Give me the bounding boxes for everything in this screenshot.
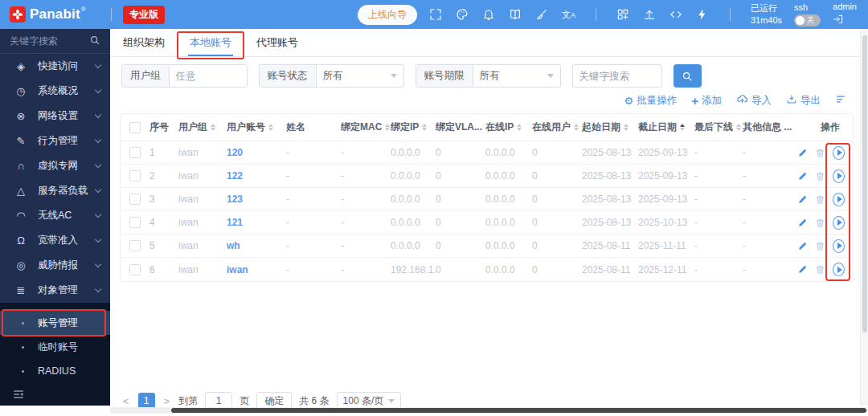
- play-button[interactable]: [833, 169, 845, 183]
- sort-icon[interactable]: [268, 124, 273, 131]
- edit-button[interactable]: [797, 171, 808, 181]
- book-icon[interactable]: [509, 8, 522, 22]
- row-checkbox[interactable]: [129, 194, 141, 205]
- sort-icon[interactable]: [385, 124, 390, 131]
- col-header-last-offline[interactable]: 最后下线: [694, 120, 743, 134]
- fullscreen-icon[interactable]: [429, 8, 443, 22]
- delete-button[interactable]: [815, 241, 825, 251]
- horizontal-scrollbar[interactable]: [110, 407, 868, 414]
- play-button[interactable]: [833, 263, 845, 276]
- batch-ops-button[interactable]: ⚙ 批量操作: [624, 94, 678, 108]
- logout-icon[interactable]: [833, 14, 857, 27]
- col-header-mac[interactable]: 绑定MAC: [341, 120, 391, 134]
- row-checkbox[interactable]: [129, 264, 141, 275]
- code-icon[interactable]: [669, 8, 683, 22]
- sidebar-item-network-settings[interactable]: ⊗网络设置: [0, 104, 110, 128]
- edit-button[interactable]: [797, 241, 808, 251]
- play-button[interactable]: [833, 239, 845, 253]
- sidebar-item-threat-intel[interactable]: ◎威胁情报: [0, 253, 110, 278]
- sort-icon[interactable]: [422, 124, 427, 131]
- account-link[interactable]: 122: [227, 170, 286, 181]
- account-status-select[interactable]: 所有: [317, 65, 403, 87]
- cell-other: -: [743, 217, 797, 228]
- ssh-toggle[interactable]: 关: [794, 14, 821, 27]
- horizontal-scrollbar-thumb[interactable]: [171, 408, 866, 413]
- account-link[interactable]: 121: [227, 217, 286, 228]
- sidebar-item-behavior-mgmt[interactable]: ✎行为管理: [0, 128, 110, 153]
- upgrade-icon[interactable]: [643, 8, 657, 22]
- add-button[interactable]: + 添加: [691, 94, 722, 108]
- lightning-icon[interactable]: [696, 8, 710, 22]
- account-link[interactable]: 123: [227, 194, 286, 205]
- edit-button[interactable]: [797, 148, 808, 158]
- export-button[interactable]: 导出: [786, 94, 821, 108]
- tab-org-structure[interactable]: 组织架构: [121, 29, 166, 56]
- delete-button[interactable]: [815, 264, 825, 275]
- col-header-online-users[interactable]: 在线用户: [532, 120, 582, 134]
- account-link[interactable]: iwan: [227, 264, 286, 275]
- edit-button[interactable]: [797, 194, 808, 205]
- account-link[interactable]: wh: [227, 240, 286, 251]
- tab-local-account[interactable]: 本地账号: [188, 29, 233, 56]
- sort-button[interactable]: [835, 93, 847, 108]
- sidebar-item-wireless-ac[interactable]: ◠无线AC: [0, 203, 110, 228]
- import-button[interactable]: 导入: [736, 93, 772, 108]
- sidebar-item-vpn[interactable]: ∩虚拟专网: [0, 153, 110, 178]
- sidebar-subitem-radius[interactable]: RADIUS: [0, 359, 110, 383]
- col-header-bind-ip[interactable]: 绑定IP: [391, 120, 436, 134]
- delete-button[interactable]: [815, 194, 825, 205]
- row-checkbox[interactable]: [129, 240, 141, 251]
- col-header-end-date[interactable]: 截止日期: [638, 120, 694, 134]
- delete-button[interactable]: [815, 171, 825, 181]
- palette-icon[interactable]: [456, 8, 469, 22]
- prev-page-button[interactable]: <: [121, 395, 131, 407]
- edit-button[interactable]: [797, 218, 808, 228]
- account-link[interactable]: 120: [227, 147, 286, 158]
- vertical-scrollbar[interactable]: [860, 29, 868, 406]
- sidebar-search-input[interactable]: [10, 35, 89, 47]
- col-header-vlan[interactable]: 绑定VLA...: [436, 120, 485, 134]
- next-page-button[interactable]: >: [162, 395, 172, 407]
- play-button[interactable]: [833, 216, 845, 230]
- sort-icon[interactable]: [574, 124, 579, 131]
- sort-icon[interactable]: [211, 124, 215, 131]
- sort-icon[interactable]: [517, 124, 522, 131]
- col-header-online-ip[interactable]: 在线IP: [485, 120, 532, 134]
- apps-grid-icon[interactable]: [616, 8, 630, 22]
- play-button[interactable]: [833, 193, 845, 206]
- row-checkbox[interactable]: [129, 217, 141, 228]
- sort-icon[interactable]: [736, 124, 741, 131]
- sort-icon[interactable]: [680, 124, 685, 131]
- col-header-start-date[interactable]: 起始日期: [582, 120, 638, 134]
- keyword-input[interactable]: [572, 64, 662, 88]
- sort-icon[interactable]: [624, 124, 628, 131]
- tab-proxy-account[interactable]: 代理账号: [255, 29, 300, 56]
- col-header-account[interactable]: 用户账号: [227, 120, 286, 134]
- col-label: 用户账号: [227, 120, 265, 134]
- search-icon[interactable]: [89, 35, 100, 48]
- sidebar-subitem-temp-account[interactable]: 临时账号: [0, 335, 110, 359]
- row-checkbox[interactable]: [129, 147, 141, 158]
- play-button[interactable]: [833, 146, 845, 160]
- collapse-sidebar-button[interactable]: [0, 383, 110, 406]
- delete-button[interactable]: [815, 148, 825, 158]
- select-all-checkbox[interactable]: [129, 122, 141, 133]
- sidebar-item-quick-access[interactable]: ◈快捷访问: [0, 54, 110, 79]
- sidebar-item-broadband-access[interactable]: Ω宽带准入: [0, 228, 110, 253]
- translate-icon[interactable]: 文A: [562, 8, 575, 22]
- sidebar-item-server-load[interactable]: △服务器负载: [0, 178, 110, 203]
- sidebar-item-system-overview[interactable]: ◷系统概况: [0, 79, 110, 104]
- sidebar-subitem-account-mgmt[interactable]: 账号管理: [0, 311, 110, 335]
- bell-icon[interactable]: [482, 8, 496, 22]
- broom-icon[interactable]: [535, 8, 549, 22]
- search-button[interactable]: [674, 64, 702, 88]
- vertical-scrollbar-thumb[interactable]: [862, 35, 867, 332]
- user-group-input[interactable]: [170, 65, 247, 87]
- account-period-select[interactable]: 所有: [473, 65, 560, 87]
- row-checkbox[interactable]: [129, 170, 141, 181]
- col-header-group[interactable]: 用户组: [178, 120, 227, 134]
- delete-button[interactable]: [815, 218, 825, 228]
- sidebar-item-object-mgmt[interactable]: ≣对象管理: [0, 278, 110, 303]
- wizard-button[interactable]: 上线向导: [358, 5, 417, 25]
- edit-button[interactable]: [797, 264, 808, 275]
